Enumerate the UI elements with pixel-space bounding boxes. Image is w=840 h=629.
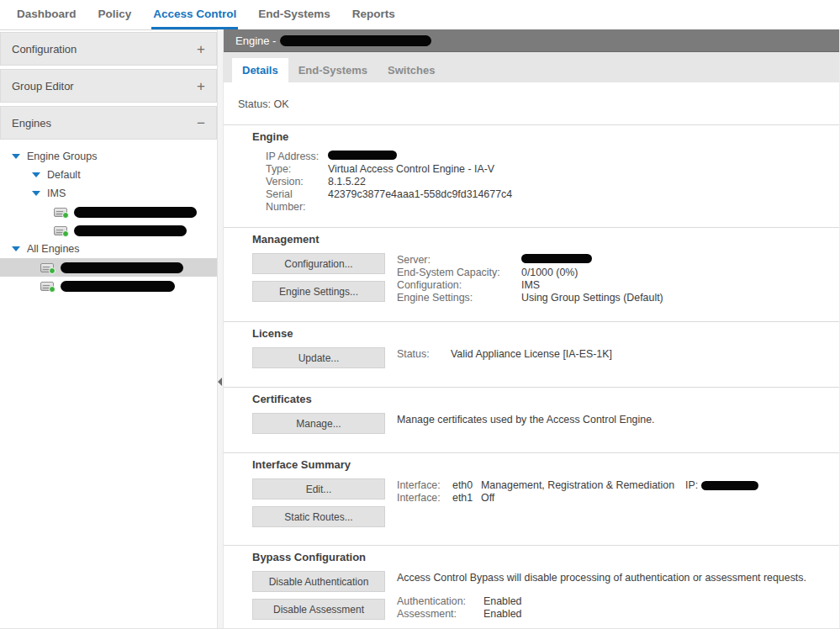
redacted-text bbox=[328, 151, 397, 160]
panel-label: Group Editor bbox=[12, 80, 74, 92]
detail-value: Valid Appliance License [IA-ES-1K] bbox=[451, 348, 612, 361]
tree-item-all-engines[interactable]: All Engines bbox=[0, 240, 217, 258]
edit-button[interactable]: Edit... bbox=[252, 478, 385, 500]
tab-details[interactable]: Details bbox=[232, 58, 288, 82]
chevron-down-icon[interactable] bbox=[32, 172, 40, 177]
tab-end-systems[interactable]: End-Systems bbox=[288, 58, 378, 82]
detail-label: Configuration: bbox=[397, 279, 521, 292]
bypass-description: Access Control Bypass will disable proce… bbox=[397, 572, 806, 584]
plus-icon[interactable]: + bbox=[197, 42, 205, 56]
detail-row: Server: bbox=[397, 254, 663, 267]
nav-item-dashboard[interactable]: Dashboard bbox=[15, 0, 78, 29]
interface-mode: Off bbox=[481, 492, 494, 505]
details-content: Status: OK Engine IP Address: Type: Virt… bbox=[224, 82, 839, 629]
section-certificates: Certificates Manage... Manage certificat… bbox=[224, 387, 839, 452]
detail-value: IMS bbox=[521, 279, 540, 292]
redacted-text bbox=[280, 35, 431, 46]
tree-item-ims[interactable]: IMS bbox=[0, 184, 217, 203]
detail-label: Version: bbox=[266, 176, 328, 188]
interface-mode: Management, Registration & Remediation bbox=[481, 479, 674, 492]
section-engine: Engine IP Address: Type: Virtual Access … bbox=[224, 124, 839, 227]
certificates-description: Manage certificates used by the Access C… bbox=[397, 414, 655, 426]
chevron-down-icon[interactable] bbox=[12, 246, 20, 251]
interface-name: eth1 bbox=[452, 492, 481, 505]
redacted-text bbox=[701, 481, 758, 490]
engine-settings-button[interactable]: Engine Settings... bbox=[252, 281, 385, 302]
status-line: Status: OK bbox=[238, 98, 839, 110]
detail-row: Status: Valid Appliance License [IA-ES-1… bbox=[397, 348, 612, 361]
tree-item-engine-groups[interactable]: Engine Groups bbox=[0, 147, 217, 166]
nav-item-access-control[interactable]: Access Control bbox=[151, 0, 238, 29]
detail-value: Using Group Settings (Default) bbox=[521, 292, 663, 304]
redacted-engine-name bbox=[61, 281, 175, 292]
detail-row: Authentication: Enabled bbox=[397, 595, 806, 608]
accordion-panel-group-editor[interactable]: Group Editor + bbox=[0, 69, 217, 103]
chevron-down-icon[interactable] bbox=[12, 154, 20, 159]
section-interface-summary: Interface Summary Edit... Static Routes.… bbox=[224, 452, 839, 545]
status-value: OK bbox=[273, 98, 288, 110]
nav-item-reports[interactable]: Reports bbox=[351, 0, 397, 29]
redacted-engine-name bbox=[74, 207, 197, 218]
detail-row: Configuration: IMS bbox=[397, 279, 663, 292]
disable-assessment-button[interactable]: Disable Assessment bbox=[252, 599, 385, 620]
access-control-page: Dashboard Policy Access Control End-Syst… bbox=[0, 0, 840, 629]
accordion-panel-configuration[interactable]: Configuration + bbox=[0, 32, 217, 66]
tree-item-default[interactable]: Default bbox=[0, 166, 217, 184]
tab-switches[interactable]: Switches bbox=[378, 58, 445, 82]
detail-label: IP Address: bbox=[266, 151, 328, 163]
detail-label: Assessment: bbox=[397, 608, 483, 621]
section-title: Engine bbox=[252, 130, 839, 143]
tree-item-engine[interactable] bbox=[0, 203, 217, 221]
detail-row: Type: Virtual Access Control Engine - IA… bbox=[266, 163, 839, 176]
panel-label: Engines bbox=[12, 117, 51, 130]
interface-ip: IP: bbox=[685, 479, 758, 492]
update-button[interactable]: Update... bbox=[252, 347, 385, 368]
redacted-engine-name bbox=[74, 225, 187, 236]
ip-label: IP: bbox=[685, 479, 698, 491]
detail-value: Virtual Access Control Engine - IA-V bbox=[328, 163, 494, 176]
detail-label: Server: bbox=[397, 254, 521, 267]
tree-item-engine[interactable] bbox=[0, 277, 217, 295]
panel-splitter[interactable] bbox=[217, 29, 224, 629]
redacted-engine-name bbox=[61, 262, 183, 273]
detail-label: Interface: bbox=[397, 492, 452, 505]
main-panel: Engine - Details End-Systems Switches St… bbox=[224, 29, 840, 629]
sidebar: Configuration + Group Editor + Engines −… bbox=[0, 29, 217, 629]
tree-label: Engine Groups bbox=[27, 151, 97, 162]
engine-tree: Engine Groups Default IMS bbox=[0, 143, 217, 295]
nav-item-end-systems[interactable]: End-Systems bbox=[256, 0, 332, 29]
detail-value: 42379c3877e4aaa1-558dc9fd314677c4 bbox=[328, 188, 512, 214]
engine-header: Engine - bbox=[224, 29, 839, 52]
nav-item-policy[interactable]: Policy bbox=[97, 0, 134, 29]
plus-icon[interactable]: + bbox=[197, 79, 205, 93]
detail-row: Engine Settings: Using Group Settings (D… bbox=[397, 292, 663, 304]
engine-icon bbox=[40, 282, 54, 291]
detail-value: Enabled bbox=[483, 595, 521, 608]
panel-label: Configuration bbox=[12, 43, 77, 56]
detail-label: Status: bbox=[397, 348, 451, 361]
static-routes-button[interactable]: Static Routes... bbox=[252, 506, 385, 527]
detail-label: Serial Number: bbox=[266, 188, 328, 214]
section-management: Management Configuration... Engine Setti… bbox=[224, 227, 839, 321]
tree-item-engine-selected[interactable] bbox=[0, 258, 217, 277]
engine-icon bbox=[54, 226, 67, 235]
disable-authentication-button[interactable]: Disable Authentication bbox=[252, 571, 385, 592]
configuration-button[interactable]: Configuration... bbox=[252, 253, 385, 274]
section-bypass-configuration: Bypass Configuration Disable Authenticat… bbox=[224, 545, 839, 621]
detail-label: Type: bbox=[266, 163, 328, 176]
detail-label: End-System Capacity: bbox=[397, 267, 521, 279]
collapse-sidebar-icon[interactable] bbox=[218, 378, 222, 386]
top-nav: Dashboard Policy Access Control End-Syst… bbox=[0, 0, 840, 29]
redacted-text bbox=[521, 254, 592, 263]
tab-strip: Details End-Systems Switches bbox=[224, 52, 839, 82]
status-label: Status: bbox=[238, 98, 271, 110]
minus-icon[interactable]: − bbox=[197, 116, 205, 130]
detail-label: Authentication: bbox=[397, 595, 483, 608]
accordion-panel-engines[interactable]: Engines − bbox=[0, 106, 217, 140]
tree-label: IMS bbox=[47, 188, 66, 199]
manage-button[interactable]: Manage... bbox=[252, 413, 385, 434]
chevron-down-icon[interactable] bbox=[32, 191, 40, 196]
interface-row: Interface: eth1 Off bbox=[397, 492, 758, 505]
section-title: Interface Summary bbox=[252, 458, 839, 471]
tree-item-engine[interactable] bbox=[0, 221, 217, 240]
